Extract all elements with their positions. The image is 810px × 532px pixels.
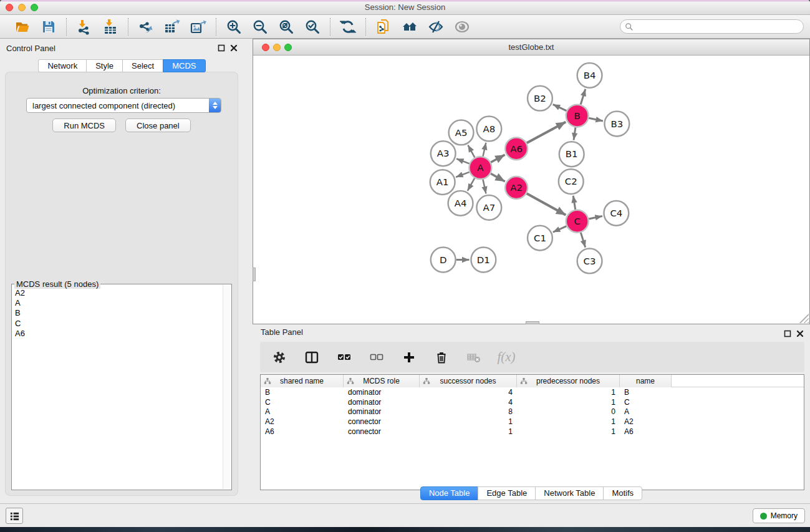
search-input[interactable] bbox=[634, 21, 803, 32]
tab-network-table[interactable]: Network Table bbox=[535, 486, 604, 500]
node-A[interactable]: A bbox=[469, 157, 491, 179]
node-B[interactable]: B bbox=[566, 105, 589, 127]
cell-MCDS-role[interactable]: dominator bbox=[344, 388, 420, 397]
node-C2[interactable]: C2 bbox=[559, 169, 584, 194]
node-C[interactable]: C bbox=[566, 210, 589, 233]
result-item[interactable]: B bbox=[13, 308, 222, 318]
cell-predecessor-nodes[interactable]: 1 bbox=[517, 417, 620, 426]
network-window-titlebar[interactable]: testGlobe.txt bbox=[253, 39, 809, 56]
export-image-icon[interactable] bbox=[190, 18, 207, 36]
tab-node-table[interactable]: Node Table bbox=[420, 486, 479, 500]
node-A3[interactable]: A3 bbox=[431, 141, 456, 166]
edge-A6-B[interactable] bbox=[527, 122, 566, 143]
select-all-icon[interactable] bbox=[336, 349, 352, 365]
node-D1[interactable]: D1 bbox=[471, 248, 496, 273]
edge-A-A5[interactable] bbox=[468, 145, 475, 158]
edge-B-B1[interactable] bbox=[574, 127, 576, 140]
tab-motifs[interactable]: Motifs bbox=[603, 486, 642, 500]
task-history-button[interactable] bbox=[6, 508, 23, 524]
edge-A-A6[interactable] bbox=[491, 155, 505, 162]
cell-name[interactable]: A6 bbox=[620, 427, 672, 436]
cell-predecessor-nodes[interactable]: 0 bbox=[517, 407, 620, 416]
node-A2[interactable]: A2 bbox=[505, 177, 528, 199]
edge-A-A3[interactable] bbox=[456, 158, 470, 163]
cell-successor-nodes[interactable]: 8 bbox=[420, 407, 517, 416]
settings-gear-icon[interactable] bbox=[271, 349, 287, 365]
network-canvas[interactable]: B4B2BB3A8A5A6A3B1AA1C2A2A4A7C4CC1C3DD1 bbox=[254, 56, 809, 323]
optimization-criterion-select[interactable]: largest connected component (directed) bbox=[26, 98, 221, 113]
node-B1[interactable]: B1 bbox=[559, 142, 584, 167]
add-column-icon[interactable] bbox=[401, 349, 417, 365]
tab-style[interactable]: Style bbox=[86, 59, 123, 72]
left-splitter-handle[interactable] bbox=[253, 268, 256, 281]
cell-successor-nodes[interactable]: 4 bbox=[420, 398, 517, 407]
edge-C-C1[interactable] bbox=[553, 226, 567, 233]
node-C4[interactable]: C4 bbox=[604, 201, 629, 226]
cell-name[interactable]: B bbox=[620, 388, 672, 397]
column-view-icon[interactable] bbox=[304, 349, 320, 365]
node-D[interactable]: D bbox=[431, 248, 456, 273]
cell-MCDS-role[interactable]: connector bbox=[344, 417, 420, 426]
column-header-MCDS-role[interactable]: MCDS role bbox=[344, 375, 420, 387]
edge-C-C4[interactable] bbox=[589, 216, 602, 218]
column-header-predecessor-nodes[interactable]: predecessor nodes bbox=[517, 375, 620, 387]
result-item[interactable]: A bbox=[13, 298, 222, 308]
open-file-icon[interactable] bbox=[14, 18, 31, 36]
export-network-icon[interactable] bbox=[137, 18, 155, 36]
edge-B-B2[interactable] bbox=[553, 104, 567, 110]
node-B3[interactable]: B3 bbox=[604, 112, 629, 137]
export-table-icon[interactable] bbox=[163, 18, 181, 36]
table-close-panel-icon[interactable] bbox=[796, 330, 804, 337]
result-scrollbar[interactable] bbox=[223, 285, 231, 489]
cell-MCDS-role[interactable]: connector bbox=[344, 427, 420, 436]
node-A6[interactable]: A6 bbox=[505, 137, 528, 160]
tab-network[interactable]: Network bbox=[38, 59, 87, 72]
network-graph[interactable]: B4B2BB3A8A5A6A3B1AA1C2A2A4A7C4CC1C3DD1 bbox=[254, 56, 809, 323]
zoom-fit-icon[interactable] bbox=[277, 18, 295, 36]
cell-name[interactable]: A bbox=[620, 407, 672, 416]
edge-A-A1[interactable] bbox=[456, 172, 470, 177]
cell-MCDS-role[interactable]: dominator bbox=[344, 398, 420, 407]
tab-select[interactable]: Select bbox=[122, 59, 163, 72]
column-header-successor-nodes[interactable]: successor nodes bbox=[420, 375, 517, 387]
edge-A-A7[interactable] bbox=[483, 180, 486, 194]
session-document-icon[interactable] bbox=[375, 18, 392, 36]
table-row[interactable]: A6connector11A6 bbox=[261, 427, 804, 437]
node-A7[interactable]: A7 bbox=[476, 195, 501, 220]
node-B2[interactable]: B2 bbox=[528, 86, 552, 111]
cell-predecessor-nodes[interactable]: 1 bbox=[517, 388, 620, 397]
cell-successor-nodes[interactable]: 1 bbox=[420, 427, 517, 436]
cell-shared-name[interactable]: A6 bbox=[261, 427, 344, 436]
home-icon[interactable] bbox=[401, 18, 418, 36]
birdseye-view-icon[interactable] bbox=[453, 18, 471, 36]
edge-A-A2[interactable] bbox=[491, 173, 505, 181]
node-C1[interactable]: C1 bbox=[528, 226, 552, 251]
table-float-panel-icon[interactable] bbox=[784, 330, 791, 337]
node-B4[interactable]: B4 bbox=[577, 63, 602, 88]
edge-C-C2[interactable] bbox=[573, 196, 575, 210]
zoom-out-icon[interactable] bbox=[251, 18, 269, 36]
cell-MCDS-role[interactable]: dominator bbox=[344, 407, 420, 416]
result-item[interactable]: A6 bbox=[13, 329, 222, 339]
zoom-selected-icon[interactable] bbox=[304, 18, 321, 36]
cell-predecessor-nodes[interactable]: 1 bbox=[517, 427, 620, 436]
cell-successor-nodes[interactable]: 4 bbox=[420, 388, 517, 397]
column-header-shared-name[interactable]: shared name bbox=[261, 375, 344, 387]
cell-shared-name[interactable]: A2 bbox=[261, 417, 344, 426]
run-mcds-button[interactable]: Run MCDS bbox=[52, 118, 116, 132]
node-A4[interactable]: A4 bbox=[448, 191, 473, 216]
import-network-icon[interactable] bbox=[75, 18, 93, 36]
column-header-name[interactable]: name bbox=[620, 375, 672, 387]
hide-graphics-details-icon[interactable] bbox=[427, 18, 445, 36]
table-row[interactable]: Cdominator41C bbox=[261, 397, 804, 407]
result-item[interactable]: A2 bbox=[13, 288, 222, 298]
cell-shared-name[interactable]: A bbox=[261, 407, 344, 416]
table-row[interactable]: Adominator80A bbox=[261, 407, 804, 417]
close-panel-icon[interactable] bbox=[230, 44, 238, 52]
deselect-all-icon[interactable] bbox=[369, 349, 385, 365]
memory-button[interactable]: Memory bbox=[753, 508, 805, 523]
result-item[interactable]: C bbox=[13, 319, 222, 329]
tab-edge-table[interactable]: Edge Table bbox=[478, 486, 536, 500]
edge-B-B3[interactable] bbox=[589, 118, 603, 121]
cell-shared-name[interactable]: C bbox=[261, 398, 344, 407]
